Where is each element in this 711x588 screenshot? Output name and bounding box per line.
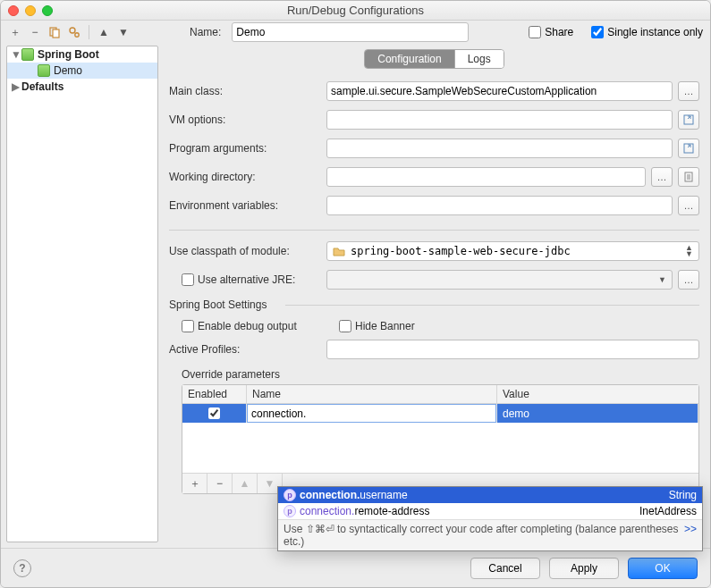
alt-jre-select: ▼: [326, 270, 673, 290]
working-dir-extra-button[interactable]: [678, 167, 699, 187]
active-profiles-label: Active Profiles:: [169, 343, 321, 356]
completion-rest: remote-address: [354, 505, 429, 517]
help-button[interactable]: ?: [13, 559, 31, 577]
springboot-icon: [21, 48, 34, 61]
main-class-input[interactable]: [326, 81, 673, 101]
expand-vm-button[interactable]: [678, 110, 699, 130]
disclosure-icon[interactable]: ▼: [11, 48, 20, 61]
override-remove-button[interactable]: −: [207, 474, 233, 493]
add-config-button[interactable]: ＋: [8, 25, 22, 39]
override-empty-area[interactable]: [182, 423, 698, 473]
main-area: ▼ Spring Boot Demo ▶ Defaults Configurat…: [1, 44, 710, 548]
program-args-label: Program arguments:: [169, 142, 321, 155]
param-name-input[interactable]: [247, 404, 496, 423]
browse-jre-button[interactable]: …: [678, 270, 699, 290]
close-window-icon[interactable]: [8, 5, 19, 16]
completion-match: connection.: [300, 505, 354, 517]
copy-config-button[interactable]: [47, 25, 62, 39]
completion-hint: Use ⇧⌘⏎ to syntactically correct your co…: [278, 519, 702, 550]
disclosure-icon[interactable]: ▶: [11, 80, 20, 93]
completion-match: connection.: [300, 489, 360, 501]
hint-link[interactable]: >>: [684, 523, 697, 548]
completion-rest: username: [360, 489, 407, 501]
param-value: demo: [503, 407, 529, 420]
enable-debug-input[interactable]: [182, 320, 194, 332]
titlebar: Run/Debug Configurations: [1, 1, 710, 21]
completion-type: InetAddress: [639, 505, 697, 517]
active-profiles-input[interactable]: [326, 340, 699, 359]
tree-label: Spring Boot: [38, 48, 99, 61]
name-label: Name:: [190, 26, 221, 38]
override-row[interactable]: demo: [182, 404, 698, 423]
browse-working-dir-button[interactable]: …: [651, 167, 673, 187]
completion-option[interactable]: p connection.remote-address InetAddress: [278, 503, 702, 519]
move-down-icon[interactable]: ▼: [116, 25, 131, 39]
row-active-profiles: Active Profiles:: [169, 340, 699, 359]
override-add-button[interactable]: ＋: [182, 474, 207, 493]
apply-button[interactable]: Apply: [549, 558, 619, 579]
single-instance-checkbox[interactable]: Single instance only: [591, 26, 703, 38]
browse-main-class-button[interactable]: …: [678, 81, 699, 101]
share-checkbox[interactable]: Share: [529, 26, 573, 38]
enable-debug-label: Enable debug output: [198, 320, 297, 332]
module-icon: [333, 246, 345, 256]
env-vars-input[interactable]: [326, 196, 673, 215]
config-toolbar: ＋ − ▲ ▼ Name: Share Single instance only: [1, 21, 710, 44]
cell-enabled[interactable]: [182, 404, 247, 423]
override-up-button[interactable]: ▲: [233, 474, 258, 493]
share-label: Share: [545, 26, 573, 38]
alt-jre-label: Use alternative JRE:: [198, 273, 295, 286]
svg-point-2: [70, 28, 75, 33]
toolbar-separator: [89, 25, 89, 39]
col-name[interactable]: Name: [247, 385, 497, 403]
name-input[interactable]: [232, 22, 469, 42]
property-icon: p: [284, 505, 296, 517]
col-value[interactable]: Value: [497, 385, 698, 403]
edit-env-vars-button[interactable]: …: [678, 196, 699, 215]
tree-label: Demo: [54, 64, 82, 77]
classpath-select[interactable]: spring-boot-sample-web-secure-jdbc ▲▼: [326, 241, 699, 261]
svg-rect-1: [53, 29, 59, 38]
minimize-window-icon[interactable]: [25, 5, 36, 16]
vm-options-label: VM options:: [169, 113, 321, 126]
tab-logs[interactable]: Logs: [454, 50, 504, 68]
enable-debug-checkbox[interactable]: Enable debug output: [182, 320, 334, 332]
main-class-label: Main class:: [169, 85, 321, 97]
dialog-footer: ? Cancel Apply OK: [1, 548, 710, 587]
override-header: Enabled Name Value: [182, 385, 698, 404]
springboot-icon: [38, 64, 50, 77]
cancel-button[interactable]: Cancel: [470, 558, 540, 579]
hint-text: Use ⇧⌘⏎ to syntactically correct your co…: [284, 523, 684, 548]
row-program-args: Program arguments:: [169, 139, 699, 158]
param-enabled-checkbox[interactable]: [208, 407, 220, 419]
tree-node-demo[interactable]: Demo: [7, 63, 157, 79]
single-instance-input[interactable]: [591, 26, 604, 38]
zoom-window-icon[interactable]: [42, 5, 53, 16]
remove-config-button[interactable]: −: [28, 25, 42, 39]
completion-popup[interactable]: p connection.username String p connectio…: [277, 486, 703, 551]
settings-icon[interactable]: [67, 25, 81, 39]
alt-jre-input[interactable]: [182, 273, 194, 286]
completion-option[interactable]: p connection.username String: [278, 487, 702, 503]
vm-options-input[interactable]: [326, 110, 673, 130]
cell-value[interactable]: demo: [497, 404, 698, 423]
move-up-icon[interactable]: ▲: [97, 25, 111, 39]
cell-name[interactable]: [247, 404, 497, 423]
dropdown-icon: ▼: [658, 277, 666, 283]
tab-configuration[interactable]: Configuration: [365, 50, 453, 68]
row-working-dir: Working directory: …: [169, 167, 699, 187]
ok-button[interactable]: OK: [628, 558, 698, 579]
tree-node-defaults[interactable]: ▶ Defaults: [7, 79, 157, 95]
expand-args-button[interactable]: [678, 139, 699, 158]
tree-node-springboot[interactable]: ▼ Spring Boot: [7, 46, 157, 63]
row-main-class: Main class: …: [169, 81, 699, 101]
row-alt-jre: Use alternative JRE: ▼ …: [169, 270, 699, 290]
config-tree[interactable]: ▼ Spring Boot Demo ▶ Defaults: [6, 46, 158, 542]
working-dir-input[interactable]: [326, 167, 646, 187]
share-checkbox-input[interactable]: [529, 26, 541, 38]
program-args-input[interactable]: [326, 139, 673, 158]
alt-jre-checkbox[interactable]: Use alternative JRE:: [182, 273, 321, 286]
col-enabled[interactable]: Enabled: [182, 385, 247, 403]
hide-banner-input[interactable]: [339, 320, 351, 332]
hide-banner-checkbox[interactable]: Hide Banner: [339, 320, 491, 332]
